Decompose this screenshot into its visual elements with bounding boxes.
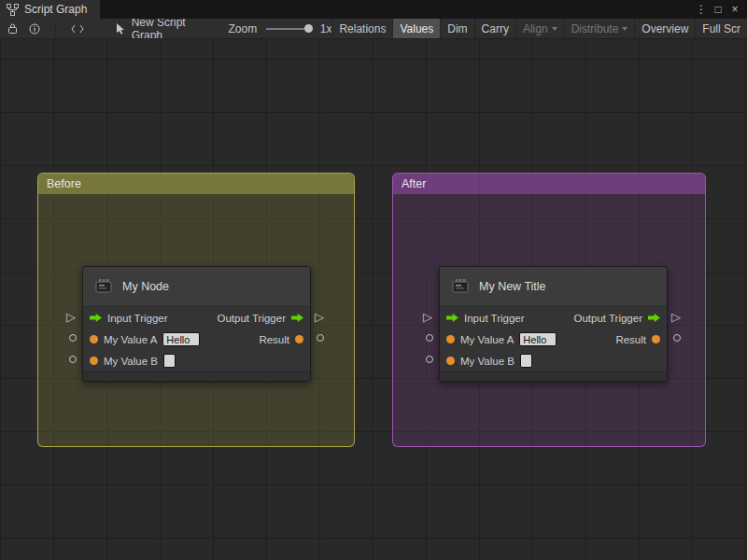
script-graph-window: Script Graph ⋮ □ × New Script Graph Zoom bbox=[0, 0, 747, 560]
result-port-icon[interactable] bbox=[295, 335, 303, 343]
value-a-input[interactable] bbox=[162, 332, 200, 346]
value-a-label: My Value A bbox=[104, 334, 157, 345]
tab-script-graph[interactable]: Script Graph bbox=[0, 0, 100, 19]
node-body: Input Trigger Output Trigger My Value A … bbox=[83, 307, 310, 371]
align-button[interactable]: Align bbox=[515, 19, 564, 38]
code-view-icon[interactable] bbox=[71, 24, 84, 34]
result-port-icon[interactable] bbox=[652, 335, 660, 343]
value-b-port-icon[interactable] bbox=[446, 357, 455, 365]
ext-input-trigger-port[interactable] bbox=[423, 311, 435, 324]
node-footer bbox=[83, 371, 310, 381]
graph-pointer-icon bbox=[116, 22, 126, 35]
ext-output-trigger-port[interactable] bbox=[315, 311, 327, 324]
output-trigger-label: Output Trigger bbox=[217, 313, 286, 324]
flow-input-port-icon[interactable] bbox=[90, 314, 102, 322]
input-trigger-label: Input Trigger bbox=[107, 313, 168, 324]
result-label: Result bbox=[259, 334, 289, 345]
flow-output-port-icon[interactable] bbox=[648, 314, 660, 322]
lock-icon[interactable] bbox=[7, 22, 18, 35]
close-icon[interactable]: × bbox=[727, 1, 742, 18]
ext-value-a-port[interactable] bbox=[69, 334, 77, 342]
value-a-port-icon[interactable] bbox=[446, 335, 455, 343]
node-body: Input Trigger Output Trigger My Value A … bbox=[440, 307, 667, 371]
fullscreen-button[interactable]: Full Scr bbox=[695, 19, 747, 38]
graph-canvas[interactable]: Before After My Node Input Trigger bbox=[0, 39, 747, 560]
value-b-input[interactable] bbox=[520, 354, 532, 368]
separator bbox=[55, 22, 56, 35]
group-after-label[interactable]: After bbox=[393, 174, 705, 194]
value-b-label: My Value B bbox=[460, 356, 514, 367]
zoom-slider-handle[interactable] bbox=[304, 24, 313, 33]
value-b-input[interactable] bbox=[163, 354, 176, 368]
chevron-down-icon bbox=[622, 27, 627, 31]
trigger-row: Input Trigger Output Trigger bbox=[83, 307, 310, 329]
ext-result-port[interactable] bbox=[673, 334, 681, 342]
value-a-row: My Value A Result bbox=[83, 329, 310, 350]
node-footer bbox=[440, 371, 667, 381]
node-before[interactable]: My Node Input Trigger Output Trigger bbox=[82, 266, 311, 382]
graph-selector[interactable]: New Script Graph bbox=[116, 19, 188, 39]
value-b-label: My Value B bbox=[104, 356, 158, 367]
ext-result-port[interactable] bbox=[317, 334, 324, 342]
window-controls: ⋮ □ × bbox=[694, 0, 747, 19]
kebab-menu-icon[interactable]: ⋮ bbox=[694, 1, 709, 18]
trigger-row: Input Trigger Output Trigger bbox=[440, 307, 667, 329]
overview-button[interactable]: Overview bbox=[634, 19, 695, 38]
distribute-button[interactable]: Distribute bbox=[564, 19, 635, 38]
node-header[interactable]: My New Title bbox=[440, 267, 667, 307]
node-title: My Node bbox=[122, 280, 169, 293]
ext-input-trigger-port[interactable] bbox=[66, 311, 78, 324]
tab-bar: Script Graph ⋮ □ × bbox=[0, 0, 747, 19]
value-b-row: My Value B bbox=[83, 350, 310, 371]
info-icon[interactable] bbox=[29, 23, 40, 35]
toolbar: New Script Graph Zoom 1x Relations Value… bbox=[0, 19, 747, 39]
zoom-value: 1x bbox=[320, 22, 332, 35]
flow-input-port-icon[interactable] bbox=[446, 314, 458, 322]
zoom-slider[interactable] bbox=[266, 23, 313, 35]
value-b-port-icon[interactable] bbox=[90, 357, 98, 365]
value-a-row: My Value A Result bbox=[440, 329, 667, 350]
dim-button[interactable]: Dim bbox=[440, 19, 473, 38]
script-machine-icon bbox=[93, 276, 114, 297]
tab-title: Script Graph bbox=[24, 3, 87, 16]
group-before-label[interactable]: Before bbox=[38, 174, 354, 194]
result-label: Result bbox=[615, 334, 646, 345]
chevron-down-icon bbox=[552, 27, 557, 31]
ext-value-a-port[interactable] bbox=[426, 334, 433, 342]
script-graph-tab-icon bbox=[7, 4, 19, 16]
zoom-label: Zoom bbox=[229, 22, 258, 35]
graph-name: New Script Graph bbox=[132, 19, 188, 39]
flow-output-port-icon[interactable] bbox=[291, 314, 303, 322]
relations-button[interactable]: Relations bbox=[331, 19, 392, 38]
value-a-label: My Value A bbox=[460, 334, 514, 345]
value-a-input[interactable] bbox=[519, 332, 557, 346]
script-machine-icon bbox=[450, 276, 471, 297]
carry-button[interactable]: Carry bbox=[474, 19, 515, 38]
ext-value-b-port[interactable] bbox=[426, 356, 433, 363]
values-button[interactable]: Values bbox=[392, 19, 440, 38]
input-trigger-label: Input Trigger bbox=[464, 313, 525, 324]
value-a-port-icon[interactable] bbox=[90, 335, 98, 343]
output-trigger-label: Output Trigger bbox=[573, 313, 642, 324]
node-title: My New Title bbox=[479, 280, 546, 293]
ext-output-trigger-port[interactable] bbox=[671, 311, 684, 324]
maximize-icon[interactable]: □ bbox=[711, 1, 726, 18]
ext-value-b-port[interactable] bbox=[69, 356, 77, 363]
node-after[interactable]: My New Title Input Trigger Output Trigge… bbox=[439, 266, 668, 382]
toolbar-buttons: Relations Values Dim Carry Align Distrib… bbox=[331, 19, 747, 38]
value-b-row: My Value B bbox=[440, 350, 667, 371]
node-header[interactable]: My Node bbox=[83, 267, 310, 307]
